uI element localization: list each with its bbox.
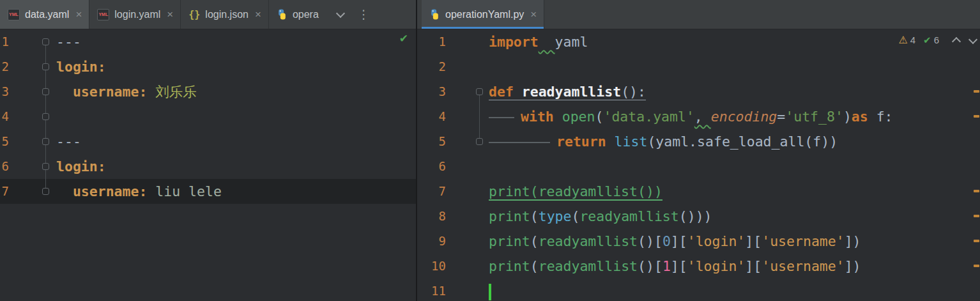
inspection-ok-icon[interactable]: ✔	[399, 32, 408, 45]
code-line[interactable]: 6login:	[0, 154, 416, 179]
code-token: 刘乐乐	[155, 84, 197, 100]
tab-label: data.yaml	[25, 9, 69, 20]
gutter[interactable]	[446, 154, 489, 179]
scrollbar-warning-mark[interactable]	[974, 265, 979, 267]
fold-marker-icon[interactable]	[42, 138, 49, 145]
fold-marker-icon[interactable]	[42, 188, 49, 195]
gutter[interactable]	[446, 179, 489, 204]
scrollbar-warning-mark[interactable]	[974, 90, 979, 93]
gutter[interactable]	[9, 104, 56, 129]
code-text: with open('data.yaml', encoding='utf_8')…	[489, 104, 893, 129]
line-number[interactable]: 9	[417, 229, 446, 254]
code-token: ][	[745, 233, 762, 249]
code-line[interactable]: 11	[417, 279, 980, 301]
python-editor[interactable]: 1import yaml23def readyamllist():4with o…	[417, 29, 980, 301]
tab-operation-yaml-py-truncated[interactable]: opera	[269, 0, 326, 29]
code-token: return	[556, 134, 615, 150]
scrollbar-warning-mark[interactable]	[974, 190, 979, 192]
line-number[interactable]: 4	[0, 104, 9, 129]
previous-problem-chevron-up-icon[interactable]	[952, 36, 961, 45]
fold-marker-icon[interactable]	[42, 88, 49, 95]
code-line[interactable]: 6	[417, 154, 980, 179]
scrollbar-warning-mark[interactable]	[974, 215, 979, 217]
gutter[interactable]	[446, 254, 489, 279]
code-token: 'login'	[687, 233, 746, 249]
gutter[interactable]	[9, 154, 56, 179]
line-number[interactable]: 5	[417, 129, 446, 154]
close-tab-icon[interactable]: ×	[255, 9, 261, 20]
gutter[interactable]	[446, 229, 489, 254]
tab-data-yaml[interactable]: YML data.yaml ×	[0, 0, 89, 29]
gutter[interactable]	[9, 29, 56, 54]
line-number[interactable]: 2	[0, 54, 9, 79]
close-tab-icon[interactable]: ×	[530, 9, 537, 20]
line-number[interactable]: 2	[417, 54, 446, 79]
line-number[interactable]: 1	[417, 29, 446, 54]
inspections-widget[interactable]: ⚠ 4 ✔ 6	[898, 34, 976, 46]
line-number[interactable]: 4	[417, 104, 446, 129]
line-number[interactable]: 7	[0, 179, 9, 204]
close-tab-icon[interactable]: ×	[75, 9, 82, 20]
close-tab-icon[interactable]: ×	[167, 9, 173, 20]
line-number[interactable]: 7	[417, 179, 446, 204]
gutter[interactable]	[9, 79, 56, 104]
warning-icon: ⚠	[898, 34, 907, 46]
line-number[interactable]: 10	[417, 254, 446, 279]
python-file-icon	[429, 9, 440, 20]
gutter[interactable]	[9, 129, 56, 154]
text-caret	[489, 284, 491, 300]
line-number[interactable]: 1	[0, 29, 9, 54]
more-options-icon[interactable]: ⋮	[358, 7, 370, 22]
line-number[interactable]: 3	[417, 79, 446, 104]
code-line[interactable]: 7 username: liu lele	[0, 179, 416, 204]
code-token: ][	[745, 258, 762, 274]
code-line[interactable]: 1---	[0, 29, 416, 54]
gutter[interactable]	[446, 204, 489, 229]
gutter[interactable]	[446, 279, 489, 301]
code-line[interactable]: 4with open('data.yaml', encoding='utf_8'…	[417, 104, 980, 129]
tab-login-json[interactable]: {} login.json ×	[181, 0, 269, 29]
next-problem-chevron-down-icon[interactable]	[969, 35, 977, 43]
hidden-tabs-chevron-down-icon[interactable]	[336, 9, 345, 18]
gutter[interactable]	[446, 29, 489, 54]
code-line[interactable]: 4	[0, 104, 416, 129]
gutter[interactable]	[446, 54, 489, 79]
code-line[interactable]: 7print(readyamllist())	[417, 179, 980, 204]
code-line[interactable]: 10print(readyamllist()[1]['login']['user…	[417, 254, 980, 279]
line-number[interactable]: 3	[0, 79, 9, 104]
code-token: readyamllist	[579, 208, 678, 224]
line-number[interactable]: 8	[417, 204, 446, 229]
code-token: readyamllist	[539, 233, 638, 249]
code-line[interactable]: 8print(type(readyamllist()))	[417, 204, 980, 229]
code-line[interactable]: 3 username: 刘乐乐	[0, 79, 416, 104]
gutter[interactable]	[9, 54, 56, 79]
code-line[interactable]: 2login:	[0, 54, 416, 79]
code-line[interactable]: 3def readyamllist():	[417, 79, 980, 104]
code-line[interactable]: 5return list(yaml.safe_load_all(f))	[417, 129, 980, 154]
code-line[interactable]: 2	[417, 54, 980, 79]
fold-marker-icon[interactable]	[476, 138, 483, 145]
yaml-editor[interactable]: 1---2login:3 username: 刘乐乐45---6login:7 …	[0, 29, 416, 301]
code-line[interactable]: 1import yaml	[417, 29, 980, 54]
tab-login-yaml[interactable]: YML login.yaml ×	[89, 0, 181, 29]
fold-marker-icon[interactable]	[42, 163, 49, 170]
line-number[interactable]: 11	[417, 279, 446, 301]
gutter[interactable]	[9, 179, 56, 204]
gutter[interactable]	[446, 104, 489, 129]
line-number[interactable]: 5	[0, 129, 9, 154]
code-line[interactable]: 5---	[0, 129, 416, 154]
fold-marker-icon[interactable]	[476, 88, 483, 95]
fold-marker-icon[interactable]	[42, 113, 49, 120]
fold-marker-icon[interactable]	[42, 38, 49, 45]
code-line[interactable]: 9print(readyamllist()[0]['login']['usern…	[417, 229, 980, 254]
gutter[interactable]	[446, 79, 489, 104]
python-file-icon	[277, 9, 287, 20]
scrollbar-warning-mark[interactable]	[974, 115, 979, 118]
gutter[interactable]	[446, 129, 489, 154]
code-text: print(readyamllist()[1]['login']['userna…	[489, 254, 861, 279]
line-number[interactable]: 6	[417, 154, 446, 179]
scrollbar-warning-mark[interactable]	[974, 240, 979, 242]
fold-marker-icon[interactable]	[42, 63, 49, 70]
line-number[interactable]: 6	[0, 154, 9, 179]
tab-operation-yaml-py[interactable]: operationYaml.py ×	[422, 0, 544, 29]
